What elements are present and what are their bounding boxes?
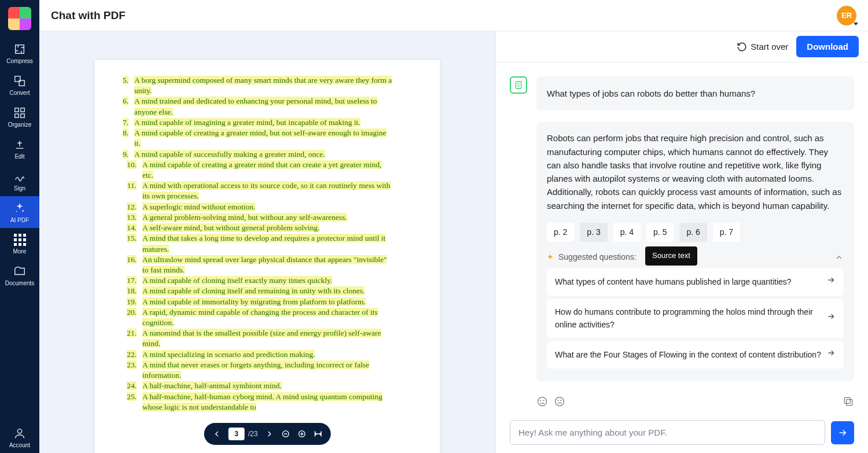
pdf-list-item: 5.A borg supermind composed of many smar… <box>117 75 393 96</box>
fit-width-icon[interactable] <box>313 429 322 439</box>
sidebar-item-label: More <box>13 248 27 255</box>
send-button[interactable] <box>831 421 854 444</box>
ai-avatar-icon <box>510 122 527 139</box>
sidebar-item-account[interactable]: Account <box>0 421 39 453</box>
page-ref[interactable]: p. 2 <box>547 223 574 242</box>
svg-rect-22 <box>844 397 850 403</box>
convert-icon <box>13 75 26 87</box>
pdf-page: 5.A borg supermind composed of many smar… <box>95 60 440 453</box>
start-over-label: Start over <box>751 42 788 51</box>
chat-message-user: What types of jobs can robots do better … <box>510 76 854 111</box>
sidebar-item-sign[interactable]: Sign <box>0 164 39 196</box>
input-bar <box>496 412 868 453</box>
sidebar-item-documents[interactable]: Documents <box>0 259 39 291</box>
source-text-tooltip: Source text <box>645 246 697 265</box>
thumbs-up-icon[interactable] <box>536 396 548 407</box>
arrow-right-icon <box>826 348 836 358</box>
arrow-right-icon <box>826 312 836 321</box>
svg-point-13 <box>517 84 518 84</box>
restart-icon <box>737 42 747 52</box>
svg-point-16 <box>540 400 541 401</box>
suggested-header: ✦ Suggested questions: Source text <box>547 251 844 264</box>
sidebar-item-more[interactable]: More <box>0 228 39 259</box>
chevron-up-icon[interactable] <box>834 253 844 262</box>
prev-page-icon[interactable] <box>212 429 222 439</box>
next-page-icon[interactable] <box>264 429 274 439</box>
sidebar-item-label: Convert <box>9 90 30 96</box>
sidebar-item-label: Edit <box>14 153 24 160</box>
svg-rect-6 <box>21 114 24 117</box>
copy-icon[interactable] <box>843 396 854 407</box>
pdf-list-item: 13.A general problem-solving mind, but w… <box>117 212 393 223</box>
sidebar-item-label: Sign <box>14 185 25 191</box>
pdf-list-item: 22.A mind specializing in scenario and p… <box>117 349 393 360</box>
header: Chat with PDF ER <box>39 0 868 31</box>
suggested-label: Suggested questions: <box>558 251 637 264</box>
thumbs-down-icon[interactable] <box>554 396 565 407</box>
sidebar-item-ai-pdf[interactable]: AI PDF <box>0 196 39 228</box>
page-ref[interactable]: p. 4 <box>613 223 641 242</box>
sidebar-item-compress[interactable]: Compress <box>0 37 39 69</box>
zoom-in-icon[interactable] <box>297 429 306 439</box>
svg-point-20 <box>561 400 561 401</box>
pdf-list-item: 15.A mind that takes a long time to deve… <box>117 233 393 254</box>
ai-pdf-icon <box>13 202 26 215</box>
send-icon <box>837 428 848 438</box>
user-avatar-icon <box>510 76 527 94</box>
compress-icon <box>13 43 26 56</box>
page-ref[interactable]: p. 3 <box>580 223 607 242</box>
page-title: Chat with PDF <box>51 9 837 22</box>
ai-message-bubble: Robots can perform jobs that require hig… <box>536 122 854 381</box>
svg-point-14 <box>519 84 520 84</box>
pdf-list-item: 25.A half-machine, half-human cyborg min… <box>117 392 393 413</box>
panel-header: Start over Download <box>496 31 868 62</box>
sidebar-item-label: Compress <box>6 58 33 64</box>
pdf-viewer: 5.A borg supermind composed of many smar… <box>39 31 495 453</box>
pdf-list-item: 21.A nanomind that is the smallest possi… <box>117 328 393 349</box>
chat-body: What types of jobs can robots do better … <box>496 62 868 396</box>
download-button[interactable]: Download <box>796 36 859 57</box>
avatar[interactable]: ER <box>837 6 856 25</box>
page-refs: p. 2p. 3p. 4p. 5p. 6p. 7 <box>547 223 844 242</box>
pdf-list-item: 24.A half-machine, half-animal symbiont … <box>117 381 393 391</box>
page-ref[interactable]: p. 6 <box>679 223 707 242</box>
suggested-question[interactable]: What are the Four Stages of Flowing in t… <box>547 341 844 369</box>
pdf-list-item: 20.A rapid, dynamic mind capable of chan… <box>117 307 393 328</box>
sidebar-item-label: Documents <box>5 280 35 286</box>
pdf-list-item: 19.A mind capable of immortality by migr… <box>117 297 393 307</box>
svg-point-7 <box>22 210 24 212</box>
pdf-list-item: 18.A mind capable of cloning itself and … <box>117 286 393 296</box>
pdf-list-item: 7.A mind capable of imagining a greater … <box>117 117 393 128</box>
svg-rect-5 <box>15 114 19 117</box>
brand-logo[interactable] <box>8 7 31 30</box>
page-number-input[interactable]: 3 <box>229 428 245 440</box>
pdf-list-item: 12.A superlogic mind without emotion. <box>117 202 393 212</box>
documents-icon <box>13 265 26 278</box>
start-over-button[interactable]: Start over <box>737 42 788 52</box>
sidebar-item-convert[interactable]: Convert <box>0 69 39 101</box>
sidebar-item-organize[interactable]: Organize <box>0 101 39 132</box>
page-ref[interactable]: p. 7 <box>713 223 740 242</box>
svg-point-19 <box>558 400 558 401</box>
svg-point-15 <box>538 397 547 406</box>
sidebar-item-label: Organize <box>8 121 32 128</box>
sidebar-item-edit[interactable]: Edit <box>0 132 39 164</box>
account-icon <box>13 427 26 440</box>
feedback-row <box>496 396 868 412</box>
svg-rect-0 <box>16 45 24 54</box>
svg-rect-12 <box>516 82 521 89</box>
pdf-list-item: 23.A mind that never erases or forgets a… <box>117 360 393 381</box>
pdf-list-item: 9.A mind capable of successfully making … <box>117 149 393 160</box>
chat-message-ai: Robots can perform jobs that require hig… <box>510 122 854 381</box>
zoom-out-icon[interactable] <box>281 429 290 439</box>
sidebar-item-label: AI PDF <box>10 217 29 223</box>
page-ref[interactable]: p. 5 <box>646 223 674 242</box>
suggested-section: ✦ Suggested questions: Source text What … <box>547 251 844 368</box>
suggested-question[interactable]: How do humans contribute to programming … <box>547 299 844 338</box>
pdf-toolbar: 3 /23 <box>204 423 331 445</box>
chat-input[interactable] <box>510 420 825 445</box>
svg-point-9 <box>17 429 21 433</box>
suggested-question[interactable]: What types of content have humans publis… <box>547 268 844 296</box>
svg-point-18 <box>556 397 564 406</box>
user-message-text: What types of jobs can robots do better … <box>536 76 854 111</box>
